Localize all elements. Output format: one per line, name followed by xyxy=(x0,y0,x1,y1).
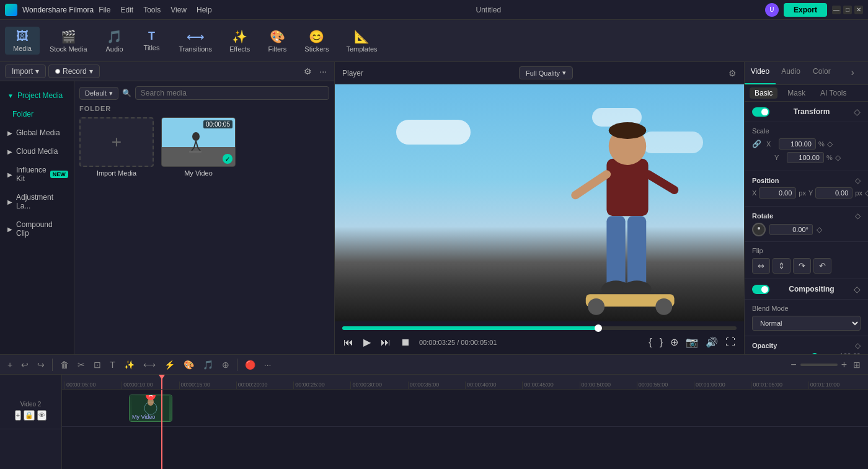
tool-effects[interactable]: ✨ Effects xyxy=(222,27,257,55)
redo-button[interactable]: ↪ xyxy=(35,359,47,371)
skip-back-button[interactable]: ⏮ xyxy=(342,336,355,349)
import-media-thumb[interactable]: + xyxy=(79,117,154,167)
more-action-button[interactable]: ··· xyxy=(317,65,329,78)
skip-forward-button[interactable]: ⏭ xyxy=(379,336,392,349)
mark-out-button[interactable]: } xyxy=(658,335,664,349)
crop-button[interactable]: ⊡ xyxy=(91,359,104,371)
position-y-input[interactable] xyxy=(815,187,852,199)
flip-rotate-ccw-button[interactable]: ↶ xyxy=(813,258,831,274)
rotate-keyframe-icon[interactable]: ◇ xyxy=(855,212,861,220)
sidebar-item-compound-clip[interactable]: ▶ Compound Clip xyxy=(0,215,74,243)
sidebar-item-influence-kit[interactable]: ▶ Influence Kit NEW xyxy=(0,161,74,188)
stabilize-button[interactable]: ⊕ xyxy=(219,359,232,371)
tool-stock-media[interactable]: 🎬 Stock Media xyxy=(42,27,95,55)
flip-vertical-button[interactable]: ⇕ xyxy=(773,258,790,274)
transform-reset-icon[interactable]: ◇ xyxy=(854,107,861,117)
search-input[interactable] xyxy=(135,86,329,100)
rotate-dial[interactable] xyxy=(752,223,766,236)
close-button[interactable]: ✕ xyxy=(854,6,863,14)
opacity-keyframe-icon[interactable]: ◇ xyxy=(855,341,861,350)
record-button[interactable]: Record ▾ xyxy=(48,65,100,78)
flip-horizontal-button[interactable]: ⇔ xyxy=(752,258,770,274)
minimize-button[interactable]: — xyxy=(832,6,841,14)
split-button[interactable]: ✂ xyxy=(75,359,87,371)
zoom-out-button[interactable]: − xyxy=(790,359,796,370)
sidebar-item-global-media[interactable]: ▶ Global Media xyxy=(0,123,74,142)
scale-y-input[interactable] xyxy=(787,152,824,163)
fullscreen-button[interactable]: ⛶ xyxy=(724,335,737,349)
menu-edit[interactable]: Edit xyxy=(121,6,134,14)
flip-rotate-cw-button[interactable]: ↷ xyxy=(793,258,811,274)
transform-toggle[interactable] xyxy=(752,107,769,117)
rotate-input[interactable] xyxy=(769,224,813,235)
import-button[interactable]: Import ▾ xyxy=(5,65,46,78)
compositing-toggle[interactable] xyxy=(752,285,769,294)
tool-audio[interactable]: 🎵 Audio xyxy=(97,27,132,55)
import-media-item[interactable]: + Import Media xyxy=(79,117,154,177)
filter-action-button[interactable]: ⚙ xyxy=(301,65,314,78)
tab-video[interactable]: Video xyxy=(745,62,776,84)
play-button[interactable]: ▶ xyxy=(362,335,372,349)
track-add-button[interactable]: + xyxy=(15,410,21,421)
subtab-mask[interactable]: Mask xyxy=(782,87,810,99)
menu-tools[interactable]: Tools xyxy=(143,6,161,14)
speed-button[interactable]: ⚡ xyxy=(162,359,177,371)
scale-x-keyframe-icon[interactable]: ◇ xyxy=(827,140,833,148)
player-settings-icon[interactable]: ⚙ xyxy=(728,68,737,78)
subtab-ai-tools[interactable]: AI Tools xyxy=(815,87,851,99)
subtab-basic[interactable]: Basic xyxy=(750,87,777,99)
quality-button[interactable]: Full Quality ▾ xyxy=(519,66,573,79)
mark-in-button[interactable]: { xyxy=(647,335,653,349)
undo-button[interactable]: ↩ xyxy=(19,359,31,371)
tool-stickers[interactable]: 😊 Stickers xyxy=(297,27,336,55)
rotate-end-icon[interactable]: ◇ xyxy=(817,225,822,234)
tool-titles[interactable]: T Titles xyxy=(135,27,169,54)
position-y-keyframe-icon[interactable]: ◇ xyxy=(865,189,868,197)
sidebar-item-folder[interactable]: Folder xyxy=(0,105,74,123)
tab-audio[interactable]: Audio xyxy=(776,62,807,84)
my-video-thumb[interactable]: 00:00:05 ✓ xyxy=(161,117,236,167)
position-x-input[interactable] xyxy=(759,187,796,199)
track-eye-button[interactable]: 👁 xyxy=(37,410,46,421)
menu-file[interactable]: File xyxy=(99,6,110,14)
tab-color[interactable]: Color xyxy=(807,62,838,84)
menu-view[interactable]: View xyxy=(170,6,187,14)
my-video-item[interactable]: 00:00:05 ✓ My Video xyxy=(161,117,236,177)
tool-filters[interactable]: 🎨 Filters xyxy=(260,27,294,55)
track-lock-button[interactable]: 🔒 xyxy=(24,410,35,421)
default-button[interactable]: Default ▾ xyxy=(79,87,118,100)
sidebar-item-project-media[interactable]: ▼ Project Media xyxy=(0,86,74,105)
zoom-in-tl-button[interactable]: + xyxy=(841,359,847,370)
sidebar-item-cloud-media[interactable]: ▶ Cloud Media xyxy=(0,142,74,161)
zoom-in-button[interactable]: ⊕ xyxy=(669,335,680,349)
audio-tl-button[interactable]: 🎵 xyxy=(200,359,216,371)
tool-templates[interactable]: 📐 Templates xyxy=(339,27,384,55)
snapshot-button[interactable]: 📷 xyxy=(684,335,699,349)
menu-help[interactable]: Help xyxy=(197,6,212,14)
compositing-reset-icon[interactable]: ◇ xyxy=(854,284,861,294)
position-keyframe-icon[interactable]: ◇ xyxy=(855,176,861,185)
maximize-button[interactable]: □ xyxy=(843,6,852,14)
export-button[interactable]: Export xyxy=(784,3,827,17)
more-tl-button[interactable]: ··· xyxy=(262,359,274,371)
blend-mode-select[interactable]: Normal Multiply Screen Overlay xyxy=(752,316,861,331)
scale-y-keyframe-icon[interactable]: ◇ xyxy=(835,153,841,162)
video-clip[interactable]: ✕ My Video xyxy=(129,395,172,422)
timeline-ruler[interactable]: 00:00:05:00 00:00:10:00 00:00:15:00 00:0… xyxy=(62,375,868,390)
scale-x-input[interactable] xyxy=(779,138,816,150)
volume-button[interactable]: 🔊 xyxy=(704,335,719,349)
transition-tl-button[interactable]: ⟷ xyxy=(141,359,158,371)
tool-transitions[interactable]: ⟷ Transitions xyxy=(172,27,219,55)
effects-tl-button[interactable]: ✨ xyxy=(122,359,137,371)
text-button[interactable]: T xyxy=(107,359,118,371)
sidebar-item-adjustment-layer[interactable]: ▶ Adjustment La... xyxy=(0,188,74,215)
color-tl-button[interactable]: 🎨 xyxy=(181,359,197,371)
progress-bar[interactable] xyxy=(342,326,737,330)
fit-button[interactable]: ⊞ xyxy=(851,359,863,371)
add-track-button[interactable]: + xyxy=(5,359,15,371)
zoom-slider[interactable] xyxy=(800,364,838,366)
snap-button[interactable]: 🔴 xyxy=(242,359,258,371)
tab-more[interactable]: › xyxy=(837,62,868,84)
link-scale-icon[interactable]: 🔗 xyxy=(752,140,761,148)
tool-media[interactable]: 🖼 Media xyxy=(5,27,40,55)
